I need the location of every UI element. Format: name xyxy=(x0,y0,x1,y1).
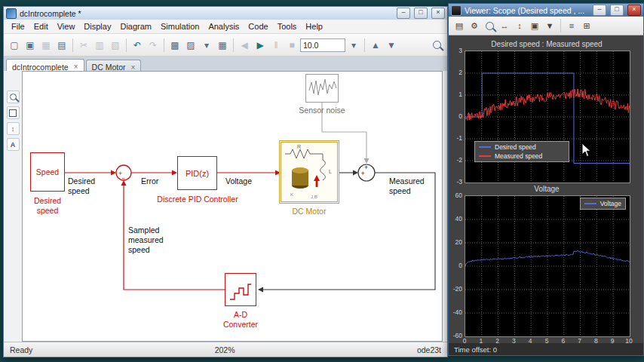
model-canvas[interactable]: + − + + Speed Desired speed PID(z) Discr… xyxy=(22,71,443,342)
plot-top xyxy=(465,51,630,183)
zoom-x-icon[interactable]: ↔ xyxy=(498,19,511,32)
close-button[interactable]: × xyxy=(431,8,445,19)
zoom-icon[interactable] xyxy=(483,19,496,32)
library-browser-icon[interactable]: ▩ xyxy=(167,38,182,53)
print-icon[interactable]: ▤ xyxy=(452,19,466,32)
annotation-icon[interactable]: A xyxy=(7,138,20,151)
scope-close-button[interactable]: × xyxy=(627,5,641,16)
zoom-icon[interactable] xyxy=(7,90,20,103)
scope-axes-top: Desired speed : Measured speed -3-2-1012… xyxy=(465,51,629,182)
status-ready: Ready xyxy=(10,345,32,354)
simulink-app-icon xyxy=(6,8,17,19)
simulation-stop-time-input[interactable] xyxy=(300,38,345,52)
ad-converter-label: A-D Converter xyxy=(217,310,264,330)
scope-parameters-icon[interactable]: ⚙ xyxy=(468,19,481,32)
menu-code[interactable]: Code xyxy=(244,21,272,32)
mouse-cursor xyxy=(581,143,592,158)
y-tick-label: 20 xyxy=(455,238,462,246)
scope-app-icon xyxy=(451,5,462,16)
legend-entry: Voltage xyxy=(584,200,621,207)
scope-titlebar[interactable]: Viewer: Scope (Desired speed , ... – □ × xyxy=(449,4,643,17)
menu-edit[interactable]: Edit xyxy=(29,21,53,32)
sensor-noise-block[interactable] xyxy=(305,74,339,103)
y-tick-label: 1 xyxy=(458,90,462,98)
pid-block-text: PID(z) xyxy=(186,169,209,178)
sum2-plus-top-sign: + xyxy=(364,164,368,171)
step-back-icon: ◀ xyxy=(237,38,252,53)
y-tick-label: 3 xyxy=(458,47,462,54)
simulink-toolbar: ▢▣▦▤✂▥▧↶↷▩▨▾▦◀▶‖■▾▲▼ xyxy=(4,34,447,57)
menu-diagram[interactable]: Diagram xyxy=(115,21,156,32)
status-bar: Ready 202% ode23t xyxy=(4,342,447,357)
desired-speed-source-block[interactable]: Speed xyxy=(30,152,65,192)
legend-bottom[interactable]: Voltage xyxy=(580,198,626,210)
scope-footer: Time offset: 0 xyxy=(449,343,643,355)
discrete-pid-controller-block[interactable]: PID(z) xyxy=(177,156,217,190)
toolbar-separator xyxy=(233,38,234,52)
legend-label: Voltage xyxy=(600,200,621,207)
zoom-level: 202% xyxy=(32,345,417,354)
search-icon xyxy=(433,41,441,49)
wire-label-measured-speed: Measured speed xyxy=(389,176,428,196)
sim-mode-dropdown-icon[interactable]: ▾ xyxy=(346,38,361,53)
fit-to-view-icon[interactable] xyxy=(7,106,20,119)
scope-minimize-button[interactable]: – xyxy=(593,5,606,16)
legend-label: Measured speed xyxy=(495,152,542,160)
y-tick-label: 40 xyxy=(455,215,462,222)
legends-toggle-icon[interactable]: ≡ xyxy=(565,19,578,32)
library-dropdown-icon[interactable]: ▾ xyxy=(199,38,214,53)
y-tick-label: 0 xyxy=(458,112,462,120)
zoom-icon xyxy=(10,94,17,100)
model-config-icon[interactable]: ▨ xyxy=(183,38,198,53)
scope-maximize-button[interactable]: □ xyxy=(610,5,624,16)
y-tick-label: -40 xyxy=(453,308,462,316)
save-axes-settings-icon[interactable]: ▼ xyxy=(543,19,557,32)
scope-window-title: Viewer: Scope (Desired speed , ... xyxy=(465,6,589,15)
menu-view[interactable]: View xyxy=(53,21,80,32)
pan-icon[interactable]: ↕ xyxy=(7,122,20,135)
ad-converter-block[interactable] xyxy=(225,273,256,306)
maximize-button[interactable]: □ xyxy=(414,8,428,19)
legend-top[interactable]: Desired speedMeasured speed xyxy=(474,141,569,162)
print-icon[interactable]: ▤ xyxy=(54,38,69,53)
dc-motor-art: R L K J,B xyxy=(282,143,336,201)
tab-close-icon[interactable]: × xyxy=(74,63,78,71)
tab-close-icon[interactable]: × xyxy=(131,63,136,72)
simulink-titlebar[interactable]: dcIntrocomplete * – □ × xyxy=(4,7,447,20)
menu-tools[interactable]: Tools xyxy=(273,21,302,32)
wire-label-error: Error xyxy=(141,176,158,186)
dc-motor-block[interactable]: R L K J,B xyxy=(281,142,338,202)
minimize-button[interactable]: – xyxy=(397,8,410,19)
window-title: dcIntrocomplete * xyxy=(20,9,393,18)
zoom-icon xyxy=(486,22,494,30)
signal-selector-icon[interactable]: ⊞ xyxy=(580,19,593,32)
new-model-icon[interactable]: ▢ xyxy=(7,38,22,53)
plot-bottom xyxy=(465,195,630,337)
y-tick-label: -3 xyxy=(456,178,462,186)
autoscale-icon[interactable]: ▣ xyxy=(528,19,541,32)
legend-line-sample xyxy=(479,146,491,148)
legend-line-sample xyxy=(584,203,596,204)
model-explorer-icon[interactable]: ▦ xyxy=(215,38,230,53)
scope-plot-panel: Desired speed : Measured speed -3-2-1012… xyxy=(449,35,643,343)
menu-simulation[interactable]: Simulation xyxy=(156,21,204,32)
run-icon[interactable]: ▶ xyxy=(253,38,268,53)
zoom-y-icon[interactable]: ↕ xyxy=(513,19,526,32)
menu-file[interactable]: File xyxy=(7,21,29,32)
save-icon: ▦ xyxy=(38,38,54,53)
feedback-label-sampled-measured-speed: Sampled measured speed xyxy=(128,225,175,255)
more-tools-dropdown-icon[interactable]: ▼ xyxy=(384,38,399,53)
scope-toolbar: ▤⚙↔↕▣▼≡⊞ xyxy=(449,17,643,35)
toolbar-separator xyxy=(164,38,164,52)
build-icon[interactable]: ▲ xyxy=(368,38,383,53)
canvas-area: ↕A xyxy=(4,71,447,342)
undo-icon[interactable]: ↶ xyxy=(130,38,145,53)
scope-viewer-window: Viewer: Scope (Desired speed , ... – □ ×… xyxy=(448,3,644,356)
open-model-icon[interactable]: ▣ xyxy=(23,38,38,53)
menu-analysis[interactable]: Analysis xyxy=(204,21,244,32)
menu-help[interactable]: Help xyxy=(301,21,327,32)
simulink-window: dcIntrocomplete * – □ × FileEditViewDisp… xyxy=(3,6,448,357)
sensor-noise-label: Sensor noise xyxy=(289,106,355,115)
search-icon[interactable] xyxy=(429,38,444,53)
menu-display[interactable]: Display xyxy=(79,21,115,32)
